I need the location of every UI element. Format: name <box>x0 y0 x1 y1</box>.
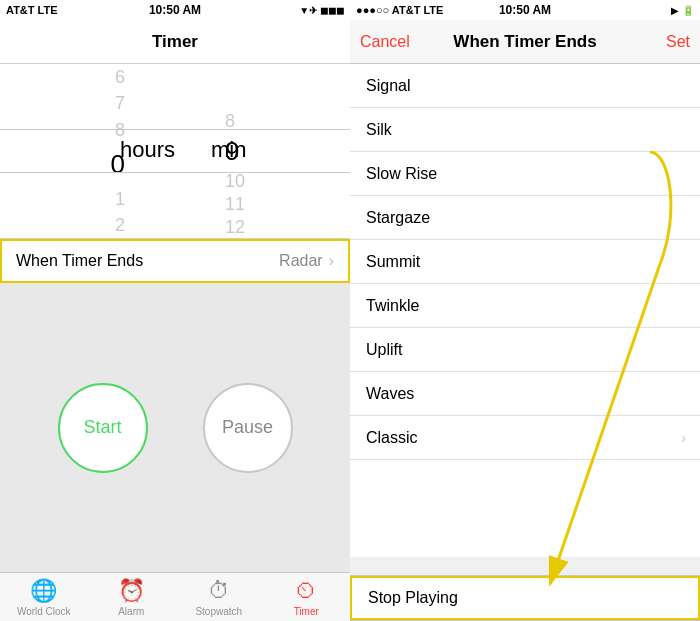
list-item-uplift[interactable]: Uplift <box>350 328 700 372</box>
picker-hour-1: 1 <box>0 186 125 213</box>
time-picker[interactable]: 6 7 8 0 1 2 hours 8 9 10 11 12 min <box>0 64 350 239</box>
timer-buttons-area: Start Pause <box>0 283 350 572</box>
picker-hour-2: 2 <box>0 212 125 239</box>
stop-playing-item[interactable]: Stop Playing <box>350 576 700 620</box>
list-item-signal[interactable]: Signal <box>350 64 700 108</box>
timer-ends-label: When Timer Ends <box>16 252 279 270</box>
tab-alarm-label: Alarm <box>118 606 144 617</box>
timer-icon: ⏲ <box>295 578 317 604</box>
tab-timer[interactable]: ⏲ Timer <box>263 578 351 617</box>
picker-min-8b: 8 <box>225 110 235 133</box>
tab-stopwatch-label: Stopwatch <box>195 606 242 617</box>
stop-playing-label: Stop Playing <box>368 589 458 607</box>
pause-button[interactable]: Pause <box>203 383 293 473</box>
list-item-classic[interactable]: Classic › <box>350 416 700 460</box>
list-item-silk[interactable]: Silk <box>350 108 700 152</box>
tab-world-clock-label: World Clock <box>17 606 71 617</box>
mins-picker-col[interactable]: 8 9 10 11 12 <box>175 64 350 239</box>
picker-min-9: 9 <box>225 133 239 169</box>
tab-alarm[interactable]: ⏰ Alarm <box>88 578 176 617</box>
right-content: Signal Silk Slow Rise Stargaze Summit Tw… <box>350 64 700 621</box>
picker-hour-8: 8 <box>0 117 125 144</box>
hours-picker-col[interactable]: 6 7 8 0 1 2 <box>0 64 175 239</box>
tab-timer-label: Timer <box>294 606 319 617</box>
cancel-button[interactable]: Cancel <box>360 33 443 51</box>
stopwatch-icon: ⏱ <box>208 578 230 604</box>
picker-min-12: 12 <box>225 216 245 239</box>
tab-world-clock[interactable]: 🌐 World Clock <box>0 578 88 617</box>
tab-stopwatch[interactable]: ⏱ Stopwatch <box>175 578 263 617</box>
status-bar-right: ●●●○○ AT&T LTE 10:50 AM ▶ 🔋 <box>350 0 700 20</box>
timer-ends-value: Radar <box>279 252 323 270</box>
set-button[interactable]: Set <box>608 33 691 51</box>
section-gap <box>350 557 700 575</box>
list-item-waves[interactable]: Waves <box>350 372 700 416</box>
right-panel: ●●●○○ AT&T LTE 10:50 AM ▶ 🔋 Cancel When … <box>350 0 700 621</box>
picker-hour-0: 0 <box>0 144 125 186</box>
list-item-twinkle[interactable]: Twinkle <box>350 284 700 328</box>
picker-hour-7: 7 <box>0 91 125 118</box>
status-bar-left: AT&T LTE 10:50 AM ▼✈ ◼◼◼ <box>0 0 350 20</box>
timer-ends-row[interactable]: When Timer Ends Radar › <box>0 239 350 283</box>
list-item-stargaze[interactable]: Stargaze <box>350 196 700 240</box>
nav-bar-right: Cancel When Timer Ends Set <box>350 20 700 64</box>
carrier-right: ●●●○○ AT&T LTE <box>356 4 443 16</box>
nav-title-right: When Timer Ends <box>443 32 608 52</box>
stop-playing-section: Stop Playing <box>350 575 700 621</box>
list-item-slow-rise[interactable]: Slow Rise <box>350 152 700 196</box>
picker-min-10: 10 <box>225 170 245 193</box>
status-icons-left: ▼✈ ◼◼◼ <box>299 5 344 16</box>
picker-hour-6: 6 <box>0 64 125 91</box>
world-clock-icon: 🌐 <box>30 578 57 604</box>
picker-min-11: 11 <box>225 193 245 216</box>
classic-chevron-icon: › <box>681 430 686 446</box>
left-panel: AT&T LTE 10:50 AM ▼✈ ◼◼◼ Timer 6 7 8 0 1… <box>0 0 350 621</box>
start-button[interactable]: Start <box>58 383 148 473</box>
time-left: 10:50 AM <box>149 3 201 17</box>
page-title-left: Timer <box>152 32 198 52</box>
status-icons-right: ▶ 🔋 <box>671 5 694 16</box>
tab-bar: 🌐 World Clock ⏰ Alarm ⏱ Stopwatch ⏲ Time… <box>0 572 350 621</box>
carrier-left: AT&T LTE <box>6 4 58 16</box>
timer-ends-chevron-icon: › <box>329 252 334 270</box>
list-item-summit[interactable]: Summit <box>350 240 700 284</box>
ringtone-list[interactable]: Signal Silk Slow Rise Stargaze Summit Tw… <box>350 64 700 557</box>
time-right: 10:50 AM <box>499 3 551 17</box>
alarm-icon: ⏰ <box>118 578 145 604</box>
nav-bar-left: Timer <box>0 20 350 64</box>
